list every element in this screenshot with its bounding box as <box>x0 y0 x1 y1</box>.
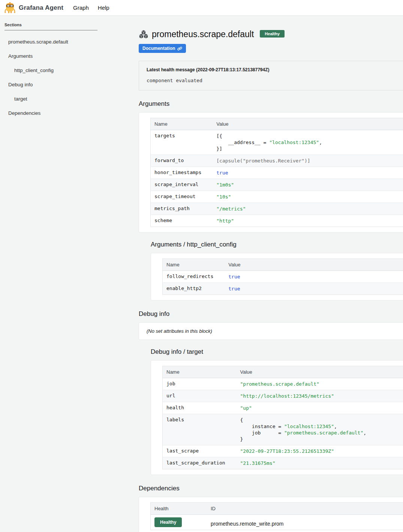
brand: Grafana Agent <box>4 2 63 14</box>
debug-target-heading: Debug info / target <box>151 348 403 356</box>
attribute-value-cell: "1m0s" <box>213 179 403 191</box>
attribute-name-cell: last_scrape_duration <box>163 457 237 469</box>
sidebar-item-arguments[interactable]: Arguments <box>4 53 108 59</box>
arguments-card: NameValuetargets[{ __address__ = "localh… <box>139 112 403 233</box>
attribute-name-cell: url <box>163 390 237 402</box>
debug-info-empty-note: (No set attributes in this block) <box>147 328 403 334</box>
documentation-button-label: Documentation <box>142 46 175 51</box>
attribute-value-cell: "21.31675ms" <box>237 457 403 469</box>
dependencies-card: HealthIDHealthyprometheus.remote_write.p… <box>139 497 403 532</box>
table-row: url"http://localhost:12345/metrics" <box>163 390 403 402</box>
column-header: Value <box>213 118 403 130</box>
sidebar-item-prometheus-scrape-default[interactable]: prometheus.scrape.default <box>4 39 108 45</box>
brand-name: Grafana Agent <box>19 4 63 12</box>
attribute-name-cell: scrape_interval <box>151 179 213 191</box>
attribute-name-cell: scheme <box>151 215 213 227</box>
attribute-value-cell: "up" <box>237 402 403 414</box>
page-title: prometheus.scrape.default <box>152 29 254 39</box>
latest-health-message-box: Latest health message (2022-09-27T18:13:… <box>139 61 403 90</box>
column-header: Name <box>151 118 213 130</box>
table-row: Healthyprometheus.remote_write.prom <box>151 515 403 530</box>
table-row: scheme"http" <box>151 215 403 227</box>
column-header: Value <box>225 259 403 271</box>
http-client-config-card: NameValuefollow_redirectstrueenable_http… <box>151 253 403 301</box>
attribute-value-cell: [capsule("prometheus.Receiver")] <box>213 155 403 167</box>
attribute-name-cell: scrape_timeout <box>151 191 213 203</box>
table-row: honor_timestampstrue <box>151 167 403 179</box>
sidebar-item-target[interactable]: target <box>4 96 108 102</box>
attribute-value-cell: "http://localhost:12345/metrics" <box>237 390 403 402</box>
health-message-text: component evaluated <box>147 78 403 83</box>
documentation-button[interactable]: Documentation <box>139 44 186 53</box>
column-header: Name <box>163 366 237 378</box>
debug-target-table: NameValuejob"prometheus.scrape.default"u… <box>162 366 403 469</box>
attribute-name-cell: job <box>163 378 237 390</box>
attribute-name-cell: targets <box>151 130 213 155</box>
dependency-health-cell: Healthy <box>151 515 207 530</box>
attribute-value-cell: "2022-09-27T18:23:55.212651339Z" <box>237 445 403 457</box>
table-row: enable_http2true <box>163 283 403 295</box>
attribute-value-cell: true <box>225 283 403 295</box>
http-client-config-heading: Arguments / http_client_config <box>151 241 403 248</box>
attribute-value-cell: "10s" <box>213 191 403 203</box>
sidebar-item-http-client-config[interactable]: http_client_config <box>4 68 108 73</box>
attribute-name-cell: health <box>163 402 237 414</box>
health-status-badge: Healthy <box>260 30 285 38</box>
table-row: job"prometheus.scrape.default" <box>163 378 403 390</box>
attribute-name-cell: last_scrape <box>163 445 237 457</box>
attribute-value-cell: "/metrics" <box>213 203 403 215</box>
arguments-heading: Arguments <box>139 100 403 108</box>
attribute-value-cell: "prometheus.scrape.default" <box>237 378 403 390</box>
table-row: last_scrape"2022-09-27T18:23:55.21265133… <box>163 445 403 457</box>
arguments-table: NameValuetargets[{ __address__ = "localh… <box>150 118 403 227</box>
table-row: labels{ instance = "localhost:12345", jo… <box>163 414 403 445</box>
column-header: Value <box>237 366 403 378</box>
attribute-value-cell: { instance = "localhost:12345", job = "p… <box>237 414 403 445</box>
debug-target-card: NameValuejob"prometheus.scrape.default"u… <box>151 360 403 475</box>
attribute-name-cell: follow_redirects <box>163 271 225 283</box>
nav-item-graph[interactable]: Graph <box>73 5 89 11</box>
top-header: Grafana Agent Graph Help <box>0 0 403 16</box>
debug-info-heading: Debug info <box>139 310 403 318</box>
column-header: Health <box>151 503 207 515</box>
table-row: follow_redirectstrue <box>163 271 403 283</box>
table-row: health"up" <box>163 402 403 414</box>
health-message-label: Latest health message (2022-09-27T18:13:… <box>147 67 403 72</box>
sidebar-item-debug-info[interactable]: Debug info <box>4 82 108 87</box>
attribute-name-cell: honor_timestamps <box>151 167 213 179</box>
main-content: prometheus.scrape.default Healthy Docume… <box>139 16 403 532</box>
column-header: Name <box>163 259 225 271</box>
table-row: targets[{ __address__ = "localhost:12345… <box>151 130 403 155</box>
attribute-value-cell: [{ __address__ = "localhost:12345", }] <box>213 130 403 155</box>
link-icon <box>177 46 182 51</box>
sidebar-item-dependencies[interactable]: Dependencies <box>4 110 108 116</box>
debug-info-card: (No set attributes in this block) <box>139 322 403 340</box>
column-header: ID <box>207 503 403 515</box>
dependency-id-cell: prometheus.remote_write.prom <box>207 515 403 530</box>
table-row: last_scrape_duration"21.31675ms" <box>163 457 403 469</box>
nav-item-help[interactable]: Help <box>98 5 109 11</box>
attribute-value-cell: true <box>213 167 403 179</box>
table-row: scrape_interval"1m0s" <box>151 179 403 191</box>
top-nav: Graph Help <box>73 5 109 11</box>
cubes-icon <box>139 30 148 39</box>
attribute-name-cell: forward_to <box>151 155 213 167</box>
sections-sidebar: Sections prometheus.scrape.default Argum… <box>0 16 112 116</box>
table-row: forward_to[capsule("prometheus.Receiver"… <box>151 155 403 167</box>
http-client-config-table: NameValuefollow_redirectstrueenable_http… <box>162 258 403 295</box>
attribute-value-cell: true <box>225 271 403 283</box>
attribute-name-cell: enable_http2 <box>163 283 225 295</box>
dependency-health-badge: Healthy <box>154 517 182 527</box>
attribute-name-cell: labels <box>163 414 237 445</box>
sections-divider <box>4 30 97 30</box>
table-row: metrics_path"/metrics" <box>151 203 403 215</box>
dependencies-table: HealthIDHealthyprometheus.remote_write.p… <box>150 502 403 530</box>
grafana-agent-mascot-icon <box>4 2 15 14</box>
attribute-name-cell: metrics_path <box>151 203 213 215</box>
attribute-value-cell: "http" <box>213 215 403 227</box>
sections-title: Sections <box>4 23 108 27</box>
table-row: scrape_timeout"10s" <box>151 191 403 203</box>
dependencies-heading: Dependencies <box>139 485 403 492</box>
